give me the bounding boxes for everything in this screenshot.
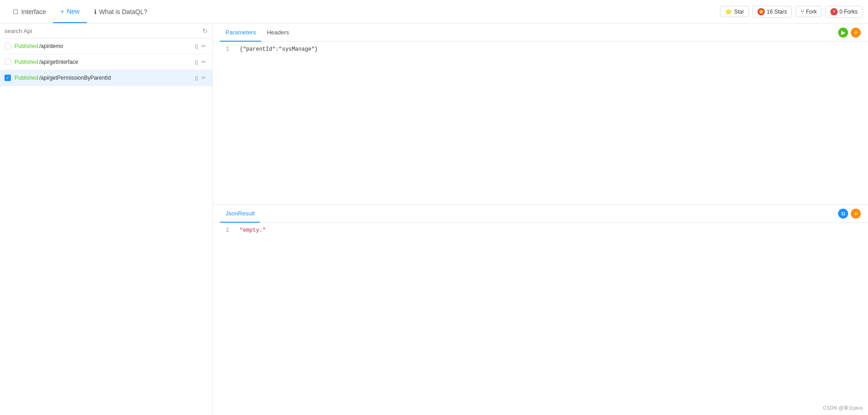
forks-count-label: 0 Forks [839,9,858,15]
search-input[interactable] [5,28,200,34]
result-line-num-1: 1 [220,227,229,234]
action-button[interactable]: ⚡ [851,28,861,38]
edit-icon-1[interactable]: ✏ [200,42,208,50]
api-checkbox-2[interactable] [5,59,11,65]
edit-icon-3[interactable]: ✏ [200,74,208,82]
forks-count-button[interactable]: ⑂ 0 Forks [825,6,863,18]
content-area: Parameters Headers ▶ ⚡ 1 {"parentId":"sy… [213,24,868,415]
top-nav: ☐ Interface + New ℹ What is DataQL? ⭐ St… [0,0,868,24]
fork-label: Fork [806,9,817,15]
params-code-area: 1 {"parentId":"sysManage"} [213,42,868,204]
nav-new-label: New [67,8,80,15]
github-fork-icon: ⑂ [801,8,804,15]
panel-tab-actions: ▶ ⚡ [838,28,861,38]
api-hash-3: [] [195,75,198,81]
api-path-3: /api/getPermissionByParentId [39,75,194,81]
search-bar: ↻ [0,24,212,38]
forks-badge: ⑂ [830,8,838,15]
main-layout: ↻ Published /api/demo [] ✏ Published /ap… [0,24,868,415]
stars-count-button[interactable]: ⭐ 16 Stars [753,6,792,18]
api-path-2: /api/getInterface [39,59,194,65]
line-num-1: 1 [220,46,229,52]
run-button[interactable]: ▶ [838,28,848,38]
panel-tabs: Parameters Headers ▶ ⚡ [213,24,868,42]
api-checkbox-3[interactable] [5,75,11,81]
tab-jsonresult[interactable]: JsonResult [220,205,260,223]
api-hash-2: [] [195,59,198,65]
result-code-area: 1 "empty." [213,223,868,415]
tab-headers[interactable]: Headers [261,24,294,42]
api-hash-1: [] [195,43,198,49]
copy-button[interactable]: ⧉ [838,209,848,219]
refresh-icon[interactable]: ↻ [202,27,208,34]
parameters-tab-label: Parameters [225,29,256,36]
new-icon: + [60,8,64,15]
sidebar: ↻ Published /api/demo [] ✏ Published /ap… [0,24,213,415]
list-item[interactable]: Published /api/demo [] ✏ [0,38,212,54]
result-tab-actions: ⧉ ⚡ [838,209,861,219]
list-item[interactable]: Published /api/getInterface [] ✏ [0,54,212,70]
github-star-icon: ⭐ [725,8,732,15]
code-content-1: {"parentId":"sysManage"} [240,46,318,52]
nav-interface[interactable]: ☐ Interface [5,0,53,23]
result-line-1: 1 "empty." [220,227,861,234]
stars-count-label: 16 Stars [767,9,787,15]
nav-whatisdataql-label: What is DataQL? [99,8,148,15]
api-path-1: /api/demo [39,43,194,49]
nav-right: ⭐ Star ⭐ 16 Stars ⑂ Fork ⑂ 0 Forks [720,6,863,18]
result-action-button[interactable]: ⚡ [851,209,861,219]
api-checkbox-1[interactable] [5,43,11,49]
star-button[interactable]: ⭐ Star [720,6,749,17]
result-tabs: JsonResult ⧉ ⚡ [213,205,868,223]
result-panel: JsonResult ⧉ ⚡ 1 "empty." [213,205,868,415]
jsonresult-tab-label: JsonResult [225,210,254,217]
params-panel: Parameters Headers ▶ ⚡ 1 {"parentId":"sy… [213,24,868,205]
result-content-1: "empty." [240,227,266,234]
published-badge-2: Published [14,59,38,65]
star-label: Star [734,9,744,15]
list-item[interactable]: Published /api/getPermissionByParentId [… [0,70,212,86]
stars-badge: ⭐ [758,8,765,15]
fork-button[interactable]: ⑂ Fork [796,6,822,17]
credit-text: CSDN @掌云java [823,405,863,410]
footer-credit: CSDN @掌云java [823,405,863,411]
edit-icon-2[interactable]: ✏ [200,58,208,66]
headers-tab-label: Headers [267,29,289,36]
interface-icon: ☐ [13,8,19,15]
tab-parameters[interactable]: Parameters [220,24,261,42]
api-list: Published /api/demo [] ✏ Published /api/… [0,38,212,415]
nav-whatisdataql[interactable]: ℹ What is DataQL? [87,0,155,23]
code-line-1: 1 {"parentId":"sysManage"} [220,46,861,52]
published-badge-3: Published [14,75,38,81]
info-icon: ℹ [94,8,96,15]
published-badge-1: Published [14,43,38,49]
nav-new[interactable]: + New [53,0,86,23]
nav-interface-label: Interface [21,8,46,15]
